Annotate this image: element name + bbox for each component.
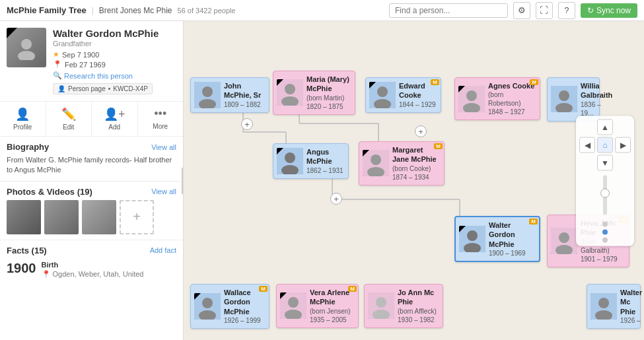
- photo-thumb-1[interactable]: [7, 200, 41, 234]
- node-angus-mcphie[interactable]: Angus McPhie 1862 – 1931: [273, 143, 349, 179]
- nav-dot-2[interactable]: [602, 229, 608, 234]
- photo-thumb-2[interactable]: [44, 200, 79, 234]
- biography-title: Biography: [7, 142, 49, 152]
- node-edward-cooke[interactable]: Edward Cooke 1844 – 1929 M: [365, 77, 441, 113]
- node-john-mcphie[interactable]: John McPhie, Sr 1809 – 1882: [190, 77, 269, 113]
- sync-icon: ↻: [587, 6, 594, 15]
- svg-point-12: [202, 86, 213, 97]
- nav-home-button[interactable]: ⌂: [597, 137, 613, 153]
- nav-left-button[interactable]: ◀: [579, 137, 595, 153]
- node-info-walter2: Walter Mc Phie 1926 –: [620, 288, 642, 325]
- node-dates-william: 1836 – 19...: [581, 100, 612, 118]
- add-below-angus-margaret[interactable]: +: [330, 193, 342, 205]
- header-separator: |: [92, 6, 94, 15]
- node-dates-walter2: 1926 –: [620, 316, 642, 325]
- more-icon: •••: [154, 107, 166, 121]
- media-badge-agnes: M: [530, 79, 538, 85]
- svg-point-30: [371, 154, 381, 165]
- fullscreen-button[interactable]: ⛶: [536, 2, 553, 19]
- settings-button[interactable]: ⚙: [513, 2, 530, 19]
- node-wallace-mcphie[interactable]: Wallace Gordon McPhie 1926 – 1999 M: [190, 284, 269, 329]
- photos-header: Photos & Videos (19) View all: [7, 187, 176, 197]
- node-name-joann: Jo Ann Mc Phie: [398, 288, 439, 307]
- nav-up-button[interactable]: ▲: [597, 119, 613, 135]
- node-info-joann: Jo Ann Mc Phie (born Affleck) 1930 – 198…: [398, 288, 439, 324]
- add-fact-link[interactable]: Add fact: [150, 246, 176, 254]
- add-button[interactable]: 👤+ Add: [92, 102, 138, 136]
- zoom-handle[interactable]: [600, 188, 610, 197]
- add-photo-button[interactable]: +: [120, 200, 154, 234]
- node-dates-maria2: 1820 – 1875: [306, 102, 351, 111]
- node-walter2[interactable]: Walter Mc Phie 1926 –: [587, 284, 641, 329]
- node-dates-agnes: (born Robertson): [488, 90, 536, 108]
- more-button[interactable]: ••• More: [138, 102, 184, 136]
- node-info-william: Willia Galbraith 1836 – 19...: [581, 81, 612, 118]
- main-layout: ‹ Walter Gordon McPhie Grandfather ★ Sep…: [0, 21, 644, 340]
- node-photo-wallace: [194, 293, 221, 320]
- add-below-john-maria[interactable]: +: [241, 118, 253, 130]
- person-page-bullet: •: [108, 85, 111, 92]
- zoom-slider[interactable]: [603, 175, 607, 215]
- node-name-angus: Angus McPhie: [306, 147, 345, 166]
- node-william-galbraith[interactable]: Willia Galbraith 1836 – 19...: [547, 77, 600, 121]
- profile-icon: 👤: [15, 107, 30, 121]
- sidebar-collapse-button[interactable]: ‹: [182, 168, 184, 194]
- edit-button[interactable]: ✏️ Edit: [46, 102, 92, 136]
- media-badge-vera: M: [348, 286, 357, 292]
- nav-dot-3[interactable]: [602, 237, 608, 242]
- search-input[interactable]: [389, 3, 508, 18]
- header-right: ⚙ ⛶ ? ↻ Sync now: [389, 2, 637, 19]
- node-photo-angus: [277, 148, 303, 174]
- media-badge-edward: M: [431, 79, 439, 85]
- sync-button[interactable]: ↻ Sync now: [581, 3, 637, 18]
- nav-right-button[interactable]: ▶: [615, 137, 631, 153]
- node-name-wallace: Wallace Gordon McPhie: [224, 288, 266, 316]
- fact-row-birth: 1900 Birth 📍 Ogden, Weber, Utah, United: [7, 261, 176, 279]
- node-info-agnes: Agnes Cooke (born Robertson) 1848 – 1927: [488, 81, 536, 116]
- node-maria-mcphie[interactable]: Maria (Mary) McPhie (born Martin) 1820 –…: [273, 71, 355, 115]
- edit-label: Edit: [63, 123, 74, 131]
- svg-point-48: [598, 298, 609, 308]
- action-buttons: 👤 Profile ✏️ Edit 👤+ Add ••• More: [0, 102, 183, 137]
- node-dates-edward: 1844 – 1929: [399, 100, 437, 109]
- person-page-tag[interactable]: 👤 Person page • KWCD-X4P: [53, 83, 153, 94]
- svg-point-36: [559, 232, 569, 243]
- add-person-icon: 👤+: [104, 107, 125, 121]
- svg-point-45: [376, 297, 386, 308]
- node-dates-vera: (born Jensen): [310, 307, 355, 316]
- family-tree-area[interactable]: John McPhie, Sr 1809 – 1882 Maria (Mary)…: [184, 21, 644, 340]
- node-name-margaret: Margaret Jane McPhie: [392, 145, 441, 164]
- deceased-ribbon-edward: [369, 82, 376, 88]
- node-name-walter: Walter Gordon McPhie: [489, 221, 536, 249]
- node-agnes-cooke[interactable]: Agnes Cooke (born Robertson) 1848 – 1927…: [454, 77, 540, 120]
- add-below-edward-agnes[interactable]: +: [415, 125, 427, 137]
- node-dates-margaret: (born Cooke): [392, 164, 441, 173]
- research-person-link[interactable]: 🔍 Research this person: [53, 71, 176, 80]
- media-badge-walter: M: [529, 219, 538, 224]
- sidebar: ‹ Walter Gordon McPhie Grandfather ★ Sep…: [0, 21, 184, 340]
- person-page-icon: 👤: [57, 85, 65, 92]
- node-photo-maria: [277, 79, 303, 106]
- more-label: More: [153, 123, 168, 130]
- app-title: McPhie Family Tree: [7, 5, 87, 15]
- deceased-ribbon-agnes: [458, 86, 465, 92]
- biography-section: Biography View all From Walter G. McPhie…: [0, 137, 183, 182]
- node-name-walter2: Walter Mc Phie: [620, 288, 642, 316]
- node-joann-mcphie[interactable]: Jo Ann Mc Phie (born Affleck) 1930 – 198…: [364, 284, 443, 328]
- photos-view-all[interactable]: View all: [151, 187, 176, 195]
- biography-view-all[interactable]: View all: [151, 143, 176, 151]
- node-vera-mcphie[interactable]: Vera Arlene McPhie (born Jensen) 1935 – …: [276, 284, 359, 328]
- fact-place-text: Ogden, Weber, Utah, United: [53, 270, 144, 278]
- svg-point-24: [559, 90, 569, 101]
- photo-thumb-3[interactable]: [82, 200, 116, 234]
- nav-down-button[interactable]: ▼: [597, 154, 613, 170]
- svg-point-0: [21, 39, 32, 50]
- help-button[interactable]: ?: [558, 2, 575, 19]
- nav-dot-1[interactable]: [602, 221, 608, 226]
- node-walter-mcphie[interactable]: Walter Gordon McPhie 1900 – 1969 M: [454, 216, 540, 262]
- profile-button[interactable]: 👤 Profile: [0, 102, 46, 136]
- node-margaret-mcphie[interactable]: Margaret Jane McPhie (born Cooke) 1874 –…: [359, 141, 445, 186]
- svg-point-27: [285, 153, 295, 163]
- media-badge-margaret: M: [434, 143, 443, 149]
- photos-section: Photos & Videos (19) View all +: [0, 182, 183, 240]
